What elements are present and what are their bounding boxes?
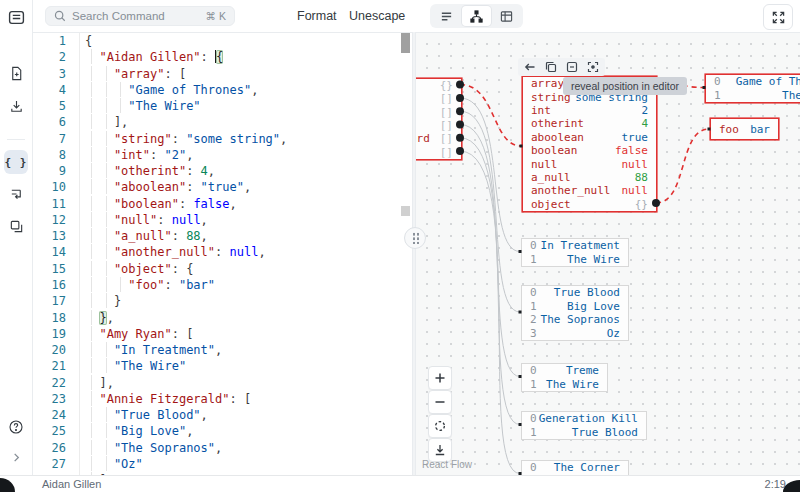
editor-line[interactable]: 4"Game of Thrones", [32,82,412,98]
editor-line[interactable]: 19"Amy Ryan": [ [32,326,412,342]
indent-guides [85,131,114,146]
line-number: 7 [32,131,66,147]
editor-line[interactable]: 20"In Treatment", [32,342,412,358]
download-image-icon [434,444,446,456]
indent-guides [85,49,99,64]
node-row: another_nullnull [523,184,656,197]
graph-node-alexander-skarsgard-array[interactable]: 0Generation Kill1True Blood [521,411,647,440]
react-flow-attribution[interactable]: React Flow [422,459,472,470]
editor-line[interactable]: 27"Oz" [32,456,412,472]
graph-node-amy-ryan-array[interactable]: 0In Treatment1The Wire [521,238,629,267]
node-row: 1Big Love [522,300,628,314]
collapse-node-icon[interactable] [566,61,578,73]
node-row: 0Generation Kill [522,412,646,426]
search-placeholder: Search Command [72,10,206,22]
graph-node-annie-fitzgerald-array[interactable]: 0True Blood1Big Love2The Sopranos3Oz [521,285,629,341]
editor-line[interactable]: 2"Aidan Gillen": { [32,49,412,65]
indent-guides [85,82,128,97]
editor-line[interactable]: 9"otherint": 4, [32,163,412,179]
editor-line[interactable]: 16"foo": "bar" [32,277,412,293]
node-row: booleanfalse [523,144,656,157]
fit-view-button[interactable] [428,414,452,438]
graph-view-tab[interactable] [462,6,491,26]
editor-line[interactable]: 12"null": null, [32,212,412,228]
transform-icon[interactable] [4,182,28,206]
graph-node-clarke-peters-array[interactable]: 0The Corner [521,460,629,475]
unescape-button[interactable]: Unescape [349,0,405,32]
graph-node-root[interactable]: Aidan Gillen{}Amy Ryan[]Annie Fitzgerald… [416,78,462,160]
fullscreen-button[interactable] [763,4,793,30]
reveal-position-icon[interactable] [587,61,599,73]
sidebar: { } [0,0,33,475]
editor-line[interactable]: 22], [32,375,412,391]
help-icon[interactable] [4,415,28,439]
line-number: 13 [32,228,66,244]
braces-editor-icon[interactable]: { } [4,150,28,174]
line-number: 24 [32,407,66,423]
graph-node-aidan-gillen[interactable]: arraystringsome stringint2otherint4abool… [522,76,657,212]
line-number: 15 [32,261,66,277]
scrollbar-mark [401,206,410,216]
view-mode-switcher [430,4,523,28]
zoom-out-button[interactable] [428,390,452,414]
editor-line[interactable]: 6], [32,114,412,130]
editor-line[interactable]: 1{ [32,33,412,49]
editor-line[interactable]: 14"another_null": null, [32,244,412,260]
indent-guides [85,147,114,162]
download-icon[interactable] [4,94,28,118]
node-row: foobar [711,119,778,139]
search-icon [54,10,66,22]
fullscreen-icon [772,11,785,24]
editor-line[interactable]: 25"Big Love", [32,423,412,439]
collapse-sidebar-icon[interactable] [4,445,28,469]
logo-icon[interactable] [4,5,28,29]
editor-line[interactable]: 21"The Wire" [32,358,412,374]
line-number: 3 [32,66,66,82]
editor-line[interactable]: 26"The Sopranos", [32,440,412,456]
indent-guides [85,196,114,211]
line-number: 12 [32,212,66,228]
node-row: Clarke Peters[] [416,146,461,159]
json-editor[interactable]: 1{2"Aidan Gillen": {3"array": [4"Game of… [32,32,412,475]
editor-line[interactable]: 15"object": { [32,261,412,277]
indent-guides [85,212,114,227]
table-view-icon [500,10,513,23]
panel-divider-handle[interactable] [404,227,426,249]
editor-line[interactable]: 3"array": [ [32,66,412,82]
node-row: Annie Fitzgerald[] [416,106,461,119]
zoom-in-button[interactable] [428,366,452,390]
editor-scrollbar[interactable] [401,32,410,475]
graph-node-aidan-array[interactable]: 0Game of Thrones1The Wire [705,74,800,103]
copy-icon[interactable] [545,61,557,73]
table-view-tab[interactable] [492,6,521,26]
back-arrow-icon[interactable] [524,61,536,73]
editor-line[interactable]: 10"aboolean": "true", [32,179,412,195]
format-button[interactable]: Format [297,0,337,32]
graph-view-icon [470,10,483,23]
node-row: object{} [523,198,656,211]
editor-line[interactable]: 17} [32,293,412,309]
app-window: { } Search [0,0,800,492]
editor-line[interactable]: 23"Annie Fitzgerald": [ [32,391,412,407]
editor-line[interactable]: 13"a_null": 88, [32,228,412,244]
editor-line[interactable]: 18}, [32,310,412,326]
graph-canvas[interactable]: Aidan Gillen{}Amy Ryan[]Annie Fitzgerald… [416,32,800,475]
new-document-icon[interactable] [4,61,28,85]
editor-line[interactable]: 8"int": "2", [32,147,412,163]
indent-guides [85,358,114,373]
panel-divider[interactable] [412,32,416,475]
plus-icon [434,372,446,384]
editor-line[interactable]: 5"The Wire" [32,98,412,114]
node-row: Aidan Gillen{} [416,79,461,92]
compare-icon[interactable] [4,214,28,238]
text-view-tab[interactable] [432,6,461,26]
graph-node-anwan-glover-array[interactable]: 0Treme1The Wire [521,363,608,392]
editor-line[interactable]: 11"boolean": false, [32,196,412,212]
graph-node-foo-object[interactable]: foobar [710,118,779,140]
indent-guides [85,66,114,81]
editor-line[interactable]: 7"string": "some string", [32,131,412,147]
editor-line[interactable]: 24"True Blood", [32,407,412,423]
node-row: Anwan Glover[] [416,119,461,132]
search-input[interactable]: Search Command ⌘ K [45,6,235,26]
scrollbar-thumb[interactable] [401,33,410,53]
